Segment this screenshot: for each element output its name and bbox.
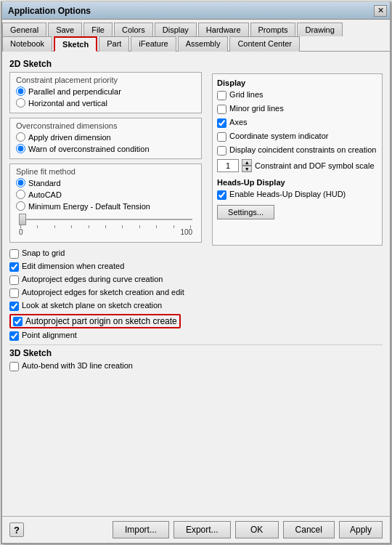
tick — [105, 225, 106, 228]
tick — [89, 225, 89, 228]
window-title: Application Options — [5, 6, 91, 16]
ok-button[interactable]: OK — [235, 521, 279, 538]
slider-min-label: 0 — [19, 228, 23, 236]
tab-file[interactable]: File — [83, 23, 113, 36]
snap-to-grid-label: Snap to grid — [22, 249, 65, 257]
hud-label: Enable Heads-Up Display (HUD) — [229, 190, 346, 198]
point-alignment-label: Point alignment — [22, 331, 77, 339]
overconstrained-title: Overconstrained dimensions — [16, 121, 195, 130]
cancel-button[interactable]: Cancel — [283, 521, 335, 538]
autoproject-edges-sketch-checkbox[interactable] — [9, 288, 19, 298]
constraint-radio1[interactable] — [16, 86, 25, 96]
sketch-3d-title: 3D Sketch — [9, 348, 383, 358]
sketch-2d-title: 2D Sketch — [9, 59, 383, 69]
overconstrained-section: Overconstrained dimensions Apply driven … — [9, 118, 202, 159]
minor-grid-lines-row: Minor grid lines — [217, 104, 377, 115]
content-area: 2D Sketch Constraint placement priority … — [2, 52, 390, 516]
slider-line — [19, 219, 192, 220]
spinner-down-button[interactable]: ▼ — [242, 166, 252, 172]
tab-save[interactable]: Save — [48, 23, 82, 36]
overconstrained-radio2[interactable] — [16, 144, 25, 153]
coincident-constraints-checkbox[interactable] — [217, 146, 226, 156]
slider-container: 0 100 — [16, 214, 195, 236]
tick — [71, 225, 72, 228]
tick — [54, 225, 55, 228]
coincident-constraints-label: Display coincident constraints on creati… — [229, 145, 376, 154]
edit-dimension-label: Edit dimension when created — [22, 262, 124, 270]
tick — [139, 225, 140, 228]
autoproject-origin-row-highlighted: Autoproject part origin on sketch create — [9, 314, 181, 328]
look-at-sketch-row: Look at sketch plane on sketch creation — [9, 301, 383, 312]
coincident-constraints-row: Display coincident constraints on creati… — [217, 145, 377, 156]
tab-part[interactable]: Part — [99, 36, 129, 52]
auto-bend-checkbox[interactable] — [9, 362, 19, 371]
tab-prompts[interactable]: Prompts — [250, 23, 296, 36]
axes-label: Axes — [229, 118, 247, 126]
apply-button[interactable]: Apply — [339, 521, 383, 538]
bottom-buttons: ? Import... Export... OK Cancel Apply — [2, 516, 390, 543]
checkboxes-section: Snap to grid Edit dimension when created… — [9, 249, 383, 342]
tabs-row-1: General Save File Colors Display Hardwar… — [2, 20, 390, 36]
tab-drawing[interactable]: Drawing — [297, 23, 342, 36]
minor-grid-lines-checkbox[interactable] — [217, 105, 226, 114]
tick — [173, 225, 174, 228]
close-button[interactable]: ✕ — [374, 5, 387, 17]
autoproject-edges-curve-checkbox[interactable] — [9, 275, 19, 285]
spline-radio1[interactable] — [16, 178, 25, 187]
overconstrained-radio-group: Apply driven dimension Warn of overconst… — [16, 132, 195, 153]
constraint-radio2[interactable] — [16, 98, 25, 108]
auto-bend-label: Auto-bend with 3D line creation — [22, 361, 133, 370]
look-at-sketch-checkbox[interactable] — [9, 302, 19, 311]
constraint-dof-label: Constraint and DOF symbol scale — [255, 161, 374, 170]
look-at-sketch-label: Look at sketch plane on sketch creation — [22, 301, 162, 310]
snap-to-grid-checkbox[interactable] — [9, 249, 19, 259]
tab-colors[interactable]: Colors — [114, 23, 153, 36]
constraint-radio2-label[interactable]: Horizontal and vertical — [16, 98, 195, 108]
autoproject-edges-curve-label: Autoproject edges during curve creation — [22, 275, 163, 283]
autoproject-origin-checkbox[interactable] — [13, 317, 23, 326]
settings-button[interactable]: Settings... — [217, 205, 274, 219]
tab-notebook[interactable]: Notebook — [2, 36, 52, 52]
spinner-input[interactable] — [217, 159, 239, 172]
tab-display[interactable]: Display — [155, 23, 197, 36]
tab-hardware[interactable]: Hardware — [198, 23, 249, 36]
point-alignment-checkbox[interactable] — [9, 331, 19, 341]
import-button[interactable]: Import... — [113, 521, 169, 538]
slider-thumb[interactable] — [19, 214, 26, 225]
constraint-radio1-label[interactable]: Parallel and perpendicular — [16, 86, 195, 96]
autoproject-origin-label: Autoproject part origin on sketch create — [25, 316, 177, 326]
spline-radio3-label[interactable]: Minimum Energy - Default Tension — [16, 201, 195, 211]
auto-bend-row: Auto-bend with 3D line creation — [9, 361, 383, 372]
axes-checkbox[interactable] — [217, 118, 226, 128]
spinner-up-button[interactable]: ▲ — [242, 159, 252, 166]
edit-dimension-checkbox[interactable] — [9, 262, 19, 272]
autoproject-edges-sketch-row: Autoproject edges for sketch creation an… — [9, 288, 383, 299]
hud-title: Heads-Up Display — [217, 178, 377, 187]
spline-radio3[interactable] — [16, 201, 25, 211]
spline-title: Spline fit method — [16, 167, 195, 176]
grid-lines-checkbox[interactable] — [217, 91, 226, 100]
tab-assembly[interactable]: Assembly — [178, 36, 229, 52]
grid-lines-label: Grid lines — [229, 90, 263, 99]
tab-general[interactable]: General — [2, 23, 46, 36]
hud-checkbox[interactable] — [217, 190, 226, 200]
tab-sketch[interactable]: Sketch — [54, 36, 97, 52]
constraint-radio-group: Parallel and perpendicular Horizontal an… — [16, 86, 195, 108]
coord-indicator-row: Coordinate system indicator — [217, 132, 377, 142]
spline-radio1-label[interactable]: Standard — [16, 178, 195, 187]
spline-radio2[interactable] — [16, 190, 25, 199]
point-alignment-row: Point alignment — [9, 331, 383, 342]
tab-ifeature[interactable]: iFeature — [131, 36, 176, 52]
overconstrained-radio2-label[interactable]: Warn of overconstrained condition — [16, 144, 195, 153]
spline-radio2-label[interactable]: AutoCAD — [16, 190, 195, 199]
help-button[interactable]: ? — [9, 522, 24, 537]
autoproject-edges-sketch-label: Autoproject edges for sketch creation an… — [22, 288, 184, 296]
spline-section: Spline fit method Standard AutoCAD Mi — [9, 164, 202, 243]
tab-content-center[interactable]: Content Center — [229, 36, 300, 52]
spinner-row: ▲ ▼ Constraint and DOF symbol scale — [217, 159, 377, 172]
overconstrained-radio1[interactable] — [16, 132, 25, 142]
overconstrained-radio1-label[interactable]: Apply driven dimension — [16, 132, 195, 142]
coord-indicator-checkbox[interactable] — [217, 132, 226, 142]
spline-radio-group: Standard AutoCAD Minimum Energy - Defaul… — [16, 178, 195, 211]
export-button[interactable]: Export... — [173, 521, 231, 538]
